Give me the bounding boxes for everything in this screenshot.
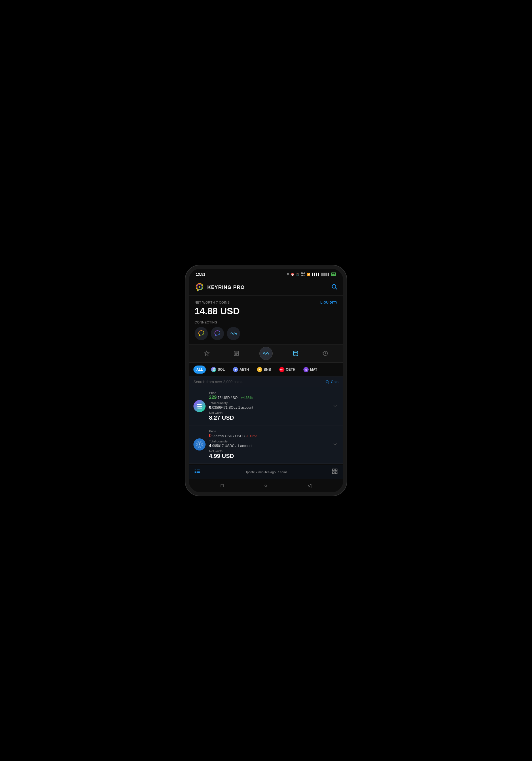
bnb-label: BNB [264, 368, 271, 372]
usdc-qty-main: 4 [209, 443, 211, 448]
svg-point-7 [293, 351, 298, 353]
chain-filter-all[interactable]: ALL [193, 366, 206, 374]
sol-qty-label: Total quantity [209, 401, 328, 405]
coin-card-sol: Price 229.78 USD / SOL +4.68% Total quan… [189, 387, 343, 426]
sol-price-decimals: .78 USD / SOL [217, 396, 239, 400]
usdc-net-worth-label: Net worth [209, 449, 328, 453]
svg-rect-22 [333, 472, 334, 474]
chain-filter-oeth[interactable]: OP OETH [276, 366, 298, 374]
sol-price-label: Price [209, 391, 328, 395]
usdc-qty-label: Total quantity [209, 439, 328, 443]
battery-icon: 78 [331, 272, 336, 276]
tab-list[interactable] [230, 347, 243, 360]
net-worth-section: NET WORTH 7 COINS LIQUIDITY 14.88 USD CO… [189, 296, 343, 344]
connecting-label: CONNECTING [194, 321, 338, 324]
net-worth-value: 14.88 USD [194, 306, 338, 317]
svg-line-10 [328, 382, 329, 383]
sol-qty-main: 0 [209, 405, 211, 410]
sol-coin-logo [193, 400, 205, 412]
wallet-icons-row [194, 327, 338, 340]
tab-history[interactable] [319, 347, 332, 360]
bluetooth-icon: ⚙ [287, 273, 289, 276]
search-placeholder-text: Search from over 2,000 coins [193, 380, 242, 384]
usdc-coin-info: Price 0.999595 USD / USDC -0.02% Total q… [209, 430, 328, 459]
chain-filter-aeth[interactable]: ◆ AETH [230, 366, 252, 374]
app-logo-icon [194, 283, 204, 292]
liquidity-button[interactable]: LIQUIDITY [320, 301, 338, 304]
tab-pin[interactable] [200, 347, 213, 360]
search-bar[interactable]: Search from over 2,000 coins Coin [189, 377, 343, 387]
alarm-icon: ⏰ [291, 273, 294, 276]
aeth-icon: ◆ [233, 367, 238, 372]
sol-price-row: 229.78 USD / SOL +4.68% [209, 395, 328, 400]
chain-all-label: ALL [196, 368, 203, 372]
usdc-price-main: 0 [209, 433, 212, 438]
mat-label: MAT [310, 368, 317, 372]
sol-qty-decimals: .03599471 SOL / 1 account [211, 406, 253, 410]
sol-net-worth-value: 8.27 USD [209, 415, 328, 421]
nav-tabs [189, 344, 343, 363]
bottom-update-text: Update 2 minutes ago: 7 coins [245, 470, 288, 474]
aeth-label: AETH [239, 368, 249, 372]
sol-coin-info: Price 229.78 USD / SOL +4.68% Total quan… [209, 391, 328, 421]
search-coin-button[interactable]: Coin [325, 380, 339, 384]
chain-filter-bnb[interactable]: ✦ BNB [254, 366, 274, 374]
bottom-bar: Update 2 minutes ago: 7 coins [189, 465, 343, 479]
vibrate-icon: 📳 [296, 273, 299, 276]
main-scroll: KEYRING PRO NET WORTH 7 COINS LIQUIDITY … [189, 278, 343, 465]
data-speed-icon: 80.7KB/s [300, 272, 305, 277]
bottom-grid-button[interactable] [332, 468, 338, 476]
signal2-icon: ▌▌▌▌ [322, 273, 330, 276]
nav-recent-button[interactable]: □ [216, 482, 228, 489]
svg-line-2 [335, 288, 337, 289]
svg-point-0 [199, 286, 201, 288]
search-coin-label: Coin [331, 380, 339, 384]
bnb-icon: ✦ [257, 367, 262, 372]
header-search-button[interactable] [331, 283, 338, 291]
status-icons: ⚙ ⏰ 📳 80.7KB/s 📶 ▌▌▌▌ ▌▌▌▌ 78 [287, 272, 336, 277]
tab-database[interactable] [289, 347, 302, 360]
wallet-icon-1[interactable] [194, 327, 208, 340]
app-header: KEYRING PRO [189, 278, 343, 295]
app-logo: KEYRING PRO [194, 283, 245, 292]
tab-wave[interactable] [259, 347, 273, 360]
chain-filter-row: ALL SOL ◆ AETH [189, 363, 343, 377]
wifi-icon: 📶 [307, 273, 310, 276]
signal1-icon: ▌▌▌▌ [312, 273, 320, 276]
chain-filter-mat[interactable]: ◎ MAT [300, 366, 320, 374]
usdc-qty-decimals: .995017 USDC / 1 account [211, 444, 252, 448]
usdc-price-decimals: .999595 USD / USDC [212, 434, 245, 438]
oeth-icon: OP [279, 367, 285, 372]
sol-expand-button[interactable] [332, 402, 339, 410]
oeth-label: OETH [286, 368, 295, 372]
sol-price-change: +4.68% [241, 396, 253, 400]
coin-card-usdc: $ Price 0.999595 USD / USDC -0.02% Total… [189, 426, 343, 464]
usdc-price-label: Price [209, 430, 328, 433]
mat-icon: ◎ [303, 367, 309, 372]
sol-price-main: 229 [209, 395, 217, 400]
sol-icon [211, 367, 216, 372]
status-bar: 13:51 ⚙ ⏰ 📳 80.7KB/s 📶 ▌▌▌▌ ▌▌▌▌ 78 [189, 269, 343, 278]
svg-text:$: $ [199, 443, 200, 446]
sol-net-worth-label: Net worth [209, 411, 328, 415]
net-worth-label: NET WORTH 7 COINS [194, 301, 230, 304]
usdc-price-change: -0.02% [246, 434, 257, 438]
app-title: KEYRING PRO [207, 285, 245, 290]
net-worth-header: NET WORTH 7 COINS LIQUIDITY [194, 301, 338, 304]
svg-rect-20 [333, 469, 334, 471]
chain-filter-sol[interactable]: SOL [208, 366, 228, 374]
svg-rect-21 [335, 469, 337, 471]
usdc-price-row: 0.999595 USD / USDC -0.02% [209, 433, 328, 439]
nav-home-button[interactable]: ○ [260, 482, 272, 489]
bottom-list-icon[interactable] [194, 468, 200, 476]
usdc-qty-row: 4.995017 USDC / 1 account [209, 443, 328, 448]
status-time: 13:51 [196, 272, 205, 276]
android-navigation: □ ○ ◁ [189, 479, 343, 492]
svg-rect-23 [335, 472, 337, 474]
sol-label: SOL [218, 368, 225, 372]
usdc-expand-button[interactable] [332, 441, 339, 448]
wallet-icon-3[interactable] [227, 327, 240, 340]
usdc-net-worth-value: 4.99 USD [209, 453, 328, 459]
wallet-icon-2[interactable] [211, 327, 224, 340]
nav-back-button[interactable]: ◁ [303, 482, 316, 489]
